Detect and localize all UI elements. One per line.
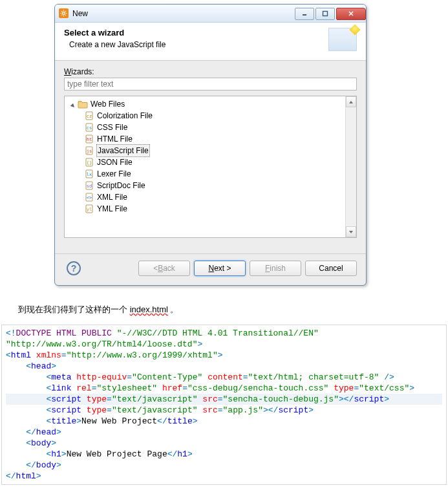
code-line[interactable]: </head> — [6, 427, 442, 438]
svg-text:ht: ht — [87, 137, 92, 142]
svg-line-6 — [65, 15, 66, 16]
tree-item[interactable]: htHTML File — [69, 133, 356, 145]
tree-item[interactable]: sdScriptDoc File — [69, 180, 356, 191]
tree-item-label: XML File — [96, 191, 128, 203]
tree-item[interactable]: lxLexer File — [69, 168, 356, 180]
tree-item-label: HTML File — [96, 133, 133, 145]
file-icon: lx — [84, 169, 94, 179]
tree-item-label: JSON File — [96, 156, 133, 168]
tree-item[interactable]: ylYML File — [69, 203, 356, 215]
wizard-banner-icon — [328, 28, 357, 51]
svg-marker-32 — [349, 101, 353, 103]
file-icon: js — [84, 145, 94, 156]
svg-text:sd: sd — [87, 184, 92, 189]
file-icon: cz — [84, 111, 94, 121]
close-button[interactable] — [336, 8, 366, 20]
svg-point-0 — [63, 12, 65, 15]
scroll-down-icon[interactable] — [346, 226, 356, 237]
tree-item-label: Web Files — [90, 98, 125, 110]
wizard-tree[interactable]: Web FilesczColorization FilecsCSS Fileht… — [64, 96, 357, 238]
code-line[interactable]: "http://www.w3.org/TR/html4/loose.dtd"> — [6, 339, 442, 350]
code-line[interactable]: <script type="text/javascript" src="app.… — [6, 405, 442, 416]
code-line[interactable]: <!DOCTYPE HTML PUBLIC "-//W3C//DTD HTML … — [6, 328, 442, 339]
maximize-button[interactable] — [315, 8, 335, 20]
code-line[interactable]: <meta http-equiv="Content-Type" content=… — [6, 372, 442, 383]
code-line[interactable]: </body> — [6, 460, 442, 471]
help-button[interactable]: ? — [67, 261, 81, 275]
description-paragraph: 到现在我们得到了这样的一个 index.html 。 — [18, 304, 448, 316]
wizard-banner: Select a wizard Create a new JavaScript … — [55, 23, 366, 61]
tree-scrollbar[interactable] — [345, 96, 356, 237]
svg-text:yl: yl — [87, 207, 92, 212]
new-wizard-dialog: New Select a wizard Create a new JavaScr… — [54, 4, 367, 286]
svg-line-7 — [61, 15, 62, 16]
code-line[interactable]: <h1>New Web Project Page</h1> — [6, 449, 442, 460]
code-line[interactable]: <link rel="stylesheet" href="css-debug/s… — [6, 383, 442, 394]
svg-rect-10 — [323, 12, 328, 16]
back-button[interactable]: < Back — [138, 261, 190, 276]
tree-item-label: JavaScript File — [96, 144, 150, 157]
file-icon: <> — [84, 192, 94, 202]
svg-text:cs: cs — [87, 125, 92, 131]
file-icon: sd — [84, 180, 94, 191]
code-editor[interactable]: <!DOCTYPE HTML PUBLIC "-//W3C//DTD HTML … — [1, 325, 447, 485]
svg-marker-13 — [70, 103, 76, 109]
app-gear-icon — [59, 8, 69, 18]
folder-icon — [78, 99, 88, 109]
svg-line-5 — [61, 11, 62, 12]
code-line[interactable]: <title>New Web Project</title> — [6, 416, 442, 427]
next-button[interactable]: Next > — [194, 261, 246, 276]
code-line[interactable]: <script type="text/javascript" src="senc… — [6, 394, 442, 405]
file-icon: cs — [84, 122, 94, 133]
tree-item-label: ScriptDoc File — [96, 180, 146, 191]
wizard-filter-input[interactable] — [64, 78, 357, 91]
svg-text:js: js — [87, 149, 92, 154]
window-title: New — [72, 9, 295, 18]
svg-text:cz: cz — [87, 114, 92, 119]
tree-folder-web-files[interactable]: Web Files — [69, 98, 356, 110]
tree-item[interactable]: czColorization File — [69, 110, 356, 122]
svg-text:{}: {} — [87, 160, 92, 166]
finish-button[interactable]: Finish — [250, 261, 301, 276]
svg-line-8 — [65, 11, 66, 12]
code-line[interactable]: </html> — [6, 471, 442, 482]
code-line[interactable]: <head> — [6, 361, 442, 372]
file-icon: {} — [84, 157, 94, 167]
expander-icon[interactable] — [70, 101, 76, 107]
code-line[interactable]: <body> — [6, 438, 442, 449]
tree-item-label: Colorization File — [96, 110, 153, 122]
tree-item[interactable]: {}JSON File — [69, 156, 356, 168]
tree-item[interactable]: jsJavaScript File — [69, 145, 356, 156]
tree-item[interactable]: <>XML File — [69, 191, 356, 203]
tree-item[interactable]: csCSS File — [69, 122, 356, 133]
wizards-label: Wizards: — [64, 67, 357, 76]
svg-marker-33 — [349, 231, 353, 233]
tree-item-label: YML File — [96, 203, 128, 215]
scroll-up-icon[interactable] — [346, 96, 356, 107]
minimize-button[interactable] — [295, 8, 314, 20]
code-line[interactable]: <html xmlns="http://www.w3.org/1999/xhtm… — [6, 350, 442, 361]
titlebar[interactable]: New — [55, 5, 366, 23]
tree-item-label: Lexer File — [96, 168, 132, 180]
banner-subtitle: Create a new JavaScript file — [69, 40, 328, 49]
cancel-button[interactable]: Cancel — [305, 261, 357, 276]
banner-title: Select a wizard — [64, 28, 328, 37]
svg-text:<>: <> — [87, 195, 92, 200]
tree-item-label: CSS File — [96, 122, 128, 133]
svg-text:lx: lx — [87, 172, 92, 177]
file-icon: ht — [84, 134, 94, 144]
file-icon: yl — [84, 204, 94, 214]
